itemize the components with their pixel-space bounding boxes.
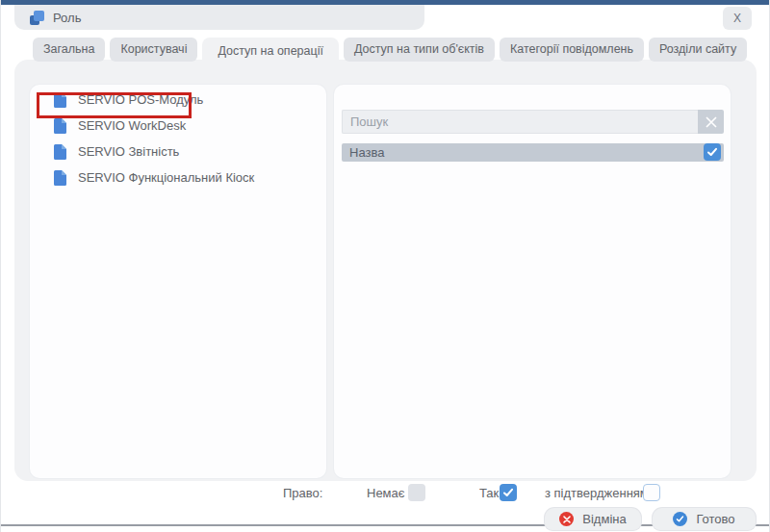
right-confirm-label: з підтвердженням <box>545 486 649 500</box>
clear-x-icon <box>705 115 718 129</box>
tab-users[interactable]: Користувачі <box>110 38 197 62</box>
list-item-label: SERVIO POS-Модуль <box>78 92 203 107</box>
right-none-checkbox[interactable] <box>408 484 425 501</box>
list-item-servio-reporting[interactable]: SERVIO Звітність <box>30 139 326 165</box>
list-item-servio-pos[interactable]: SERVIO POS-Модуль <box>30 87 326 113</box>
column-header-label: Назва <box>349 145 384 160</box>
right-yes-label: Так <box>479 486 499 500</box>
tab-bar: Загальна Користувачі Доступ на операції … <box>33 38 747 62</box>
list-item-label: SERVIO Функціональний Кіоск <box>78 170 254 185</box>
done-check-icon <box>673 512 687 526</box>
list-item-servio-workdesk[interactable]: SERVIO WorkDesk <box>30 113 326 139</box>
tab-message-categories[interactable]: Категорії повідомлень <box>500 38 644 62</box>
close-button[interactable]: X <box>723 7 752 30</box>
close-icon: X <box>733 12 741 25</box>
list-item-label: SERVIO WorkDesk <box>78 118 186 133</box>
tab-object-types-access[interactable]: Доступ на типи об'єктів <box>344 38 495 62</box>
clear-search-button[interactable] <box>698 110 724 134</box>
document-icon <box>54 92 66 108</box>
list-item-label: SERVIO Звітність <box>78 144 179 159</box>
tab-operations-access[interactable]: Доступ на операції <box>202 38 338 67</box>
cancel-x-icon <box>559 512 574 526</box>
list-item-servio-kiosk[interactable]: SERVIO Функціональний Кіоск <box>30 165 326 190</box>
operations-panel: Назва <box>334 85 731 478</box>
role-icon <box>30 11 44 25</box>
select-all-checkbox[interactable] <box>704 143 721 161</box>
tab-content-panel: SERVIO POS-Модуль SERVIO WorkDesk SERVIO… <box>14 60 757 481</box>
tab-general[interactable]: Загальна <box>33 38 105 62</box>
cancel-button-label: Відміна <box>582 512 626 526</box>
check-icon <box>706 146 718 158</box>
grid-column-header[interactable]: Назва <box>342 143 724 162</box>
document-icon <box>54 170 66 186</box>
tab-site-sections[interactable]: Розділи сайту <box>649 38 747 62</box>
search-row <box>342 110 724 134</box>
rights-bar: Право: Немає Так з підтвердженням <box>1 483 770 504</box>
right-yes-checkbox[interactable] <box>500 484 517 501</box>
done-button-label: Готово <box>696 512 734 526</box>
document-icon <box>54 118 66 134</box>
search-input[interactable] <box>342 110 698 134</box>
done-button[interactable]: Готово <box>653 508 756 530</box>
module-list: SERVIO POS-Модуль SERVIO WorkDesk SERVIO… <box>30 87 326 190</box>
cancel-button[interactable]: Відміна <box>545 508 641 530</box>
document-icon <box>54 144 66 160</box>
role-dialog-window: Роль X Загальна Користувачі Доступ на оп… <box>0 0 770 532</box>
right-confirm-checkbox[interactable] <box>643 484 660 501</box>
rights-label: Право: <box>283 486 322 500</box>
check-icon <box>502 487 514 498</box>
right-none-label: Немає <box>367 486 404 500</box>
window-title: Роль <box>53 11 81 25</box>
title-bar[interactable]: Роль <box>14 5 424 30</box>
modules-list-panel: SERVIO POS-Модуль SERVIO WorkDesk SERVIO… <box>30 85 326 478</box>
